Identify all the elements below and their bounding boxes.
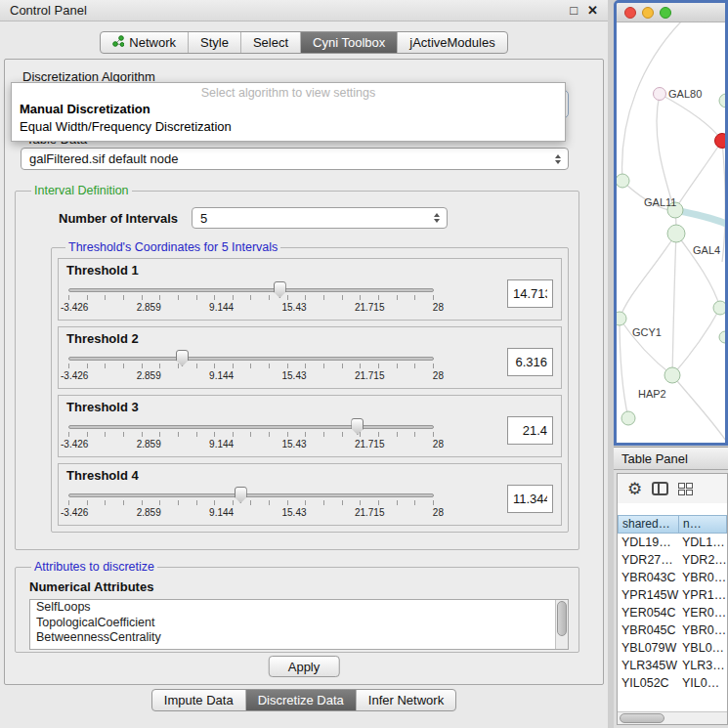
node-label: HAP2 [638,388,666,400]
column-header[interactable]: shared… [618,515,679,534]
table-cell[interactable]: YDL1… [679,535,727,549]
float-window-icon[interactable]: □ [570,3,578,18]
tab-jactivemodules[interactable]: jActiveModules [397,32,506,53]
threshold-label: Threshold 1 [66,263,553,278]
slider-track[interactable] [68,357,434,361]
table-cell[interactable]: YBR0… [679,571,727,584]
table-row[interactable]: YBR043C YBR0… [618,569,727,586]
threshold-value-input[interactable] [507,348,553,376]
vertical-scrollbar[interactable] [555,600,568,649]
algorithm-option-equal-width[interactable]: Equal Width/Frequency Discretization [12,118,565,136]
slider-track[interactable] [68,425,434,429]
table-cell[interactable]: YDR2… [679,553,727,567]
table-cell[interactable]: YLR345W [618,659,679,672]
table-cell[interactable]: YPR145W [618,588,679,602]
network-canvas[interactable]: GAL80 GAL11 GAL4 GCY1 HAP2 [617,22,725,443]
table-cell[interactable]: YIL052C [618,676,679,690]
tab-impute-data[interactable]: Impute Data [152,690,245,710]
list-item[interactable]: SelfLoops [30,600,568,616]
gear-icon[interactable]: ⚙ [627,481,642,497]
table-cell[interactable]: YLR3… [679,659,727,672]
table-cell[interactable]: YER054C [618,606,679,620]
tick-label: 2.859 [137,439,161,450]
list-item[interactable]: BetweennessCentrality [30,630,568,646]
table-row[interactable]: YER054C YER0… [618,604,727,621]
network-node[interactable] [719,331,725,343]
table-cell[interactable]: YBR0… [679,623,727,637]
threshold-slider[interactable]: -3.426 2.859 9.144 15.43 21.715 28 [68,279,434,315]
table-cell[interactable]: YBR043C [618,571,679,584]
network-node[interactable] [719,94,725,107]
threshold-slider[interactable]: -3.426 2.859 9.144 15.43 21.715 28 [68,416,434,451]
column-header[interactable]: n… [679,515,727,534]
network-node-selected[interactable] [715,134,726,149]
network-node[interactable] [667,225,685,242]
network-view-window[interactable]: GAL80 GAL11 GAL4 GCY1 HAP2 [614,0,728,446]
minimize-traffic-light-icon[interactable] [642,7,654,19]
tab-discretize-data[interactable]: Discretize Data [245,690,356,710]
tick-label: 28 [433,439,444,450]
tick-label: -3.426 [61,370,88,381]
interval-definition-group: Interval Definition Number of Intervals … [15,184,579,550]
network-node[interactable] [713,301,725,315]
table-cell[interactable]: YBL079W [618,641,679,655]
table-cell[interactable]: YIL0… [679,676,727,690]
panel-title: Control Panel [10,3,87,18]
slider-track[interactable] [68,288,434,292]
threshold-slider[interactable]: -3.426 2.859 9.144 15.43 21.715 28 [68,348,434,383]
close-window-icon[interactable]: ✕ [587,3,598,18]
algorithm-prompt: Select algorithm to view settings [12,85,565,101]
cyni-toolbox-panel: Discretization Algorithm Select algorith… [4,59,604,685]
table-cell[interactable]: YDR27… [618,553,679,567]
columns-icon[interactable] [652,482,668,495]
threshold-value-input[interactable] [507,279,553,308]
network-node[interactable] [621,411,635,425]
list-item[interactable]: TopologicalCoefficient [30,616,568,631]
scrollbar-thumb[interactable] [620,713,664,723]
apply-button[interactable]: Apply [269,656,340,677]
zoom-traffic-light-icon[interactable] [660,7,671,19]
number-of-intervals-combobox[interactable]: 5 [192,207,448,229]
tick-label: 28 [433,370,444,381]
table-cell[interactable]: YBL0… [679,641,727,655]
table-cell[interactable]: YDL19… [618,535,679,549]
tab-infer-network[interactable]: Infer Network [356,690,455,710]
table-panel: ⚙ shared… n… YDL19… YDL1… [614,470,728,728]
table-cell[interactable]: YPR1… [679,588,727,602]
tab-network[interactable]: Network [101,32,188,53]
table-cell[interactable]: YER0… [679,606,727,620]
algorithm-dropdown-popup: Select algorithm to view settings Manual… [11,82,566,142]
tick-label: 9.144 [209,507,234,518]
table-row[interactable]: YDR27… YDR2… [618,551,727,569]
slider-track[interactable] [68,493,434,497]
tick-label: 9.144 [209,370,234,381]
checkbox-grid-icon[interactable] [678,483,693,495]
tab-cyni-toolbox[interactable]: Cyni Toolbox [300,32,397,53]
network-node[interactable] [617,174,629,188]
table-row[interactable]: YBR045C YBR0… [618,621,727,639]
tick-label: 9.144 [209,439,234,450]
slider-tick-labels: -3.426 2.859 9.144 15.43 21.715 28 [61,439,444,450]
network-node[interactable] [617,312,626,325]
table-row[interactable]: YBL079W YBL0… [618,639,727,657]
tab-select[interactable]: Select [240,32,300,53]
threshold-value-input[interactable] [507,416,553,445]
network-node[interactable] [654,88,666,101]
tab-style[interactable]: Style [188,32,240,53]
table-row[interactable]: YPR145W YPR1… [618,586,727,604]
thresholds-group: Threshold's Coordinates for 5 Intervals … [51,240,569,533]
table-row[interactable]: YDL19… YDL1… [618,534,727,551]
threshold-slider[interactable]: -3.426 2.859 9.144 15.43 21.715 28 [68,485,434,520]
threshold-value-input[interactable] [507,485,553,513]
table-data-combobox[interactable]: galFiltered.sif default node [21,148,569,170]
table-row[interactable]: YIL052C YIL0… [618,674,727,692]
network-node[interactable] [664,367,680,383]
algorithm-option-manual[interactable]: Manual Discretization [12,101,565,118]
close-traffic-light-icon[interactable] [624,7,636,19]
tick-label: 2.859 [137,507,161,518]
tab-select-label: Select [253,35,288,50]
table-cell[interactable]: YBR045C [618,623,679,637]
horizontal-scrollbar[interactable] [618,711,727,724]
table-row[interactable]: YLR345W YLR3… [618,657,727,674]
scrollbar-thumb[interactable] [557,601,567,636]
